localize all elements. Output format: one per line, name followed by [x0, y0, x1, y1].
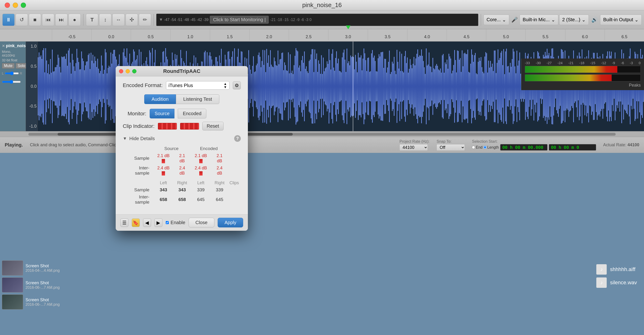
pause-button[interactable]: ⏸ — [2, 14, 15, 26]
gain-slider[interactable] — [5, 71, 19, 75]
separator-2 — [154, 14, 154, 26]
channel-selector[interactable]: 2 (Ste...) ⌄ — [559, 15, 589, 25]
pan-slider[interactable] — [2, 80, 21, 84]
text-tool[interactable]: T — [86, 14, 98, 26]
ruler-mark: 4.0 — [407, 29, 447, 40]
modal-maximize-traffic-light[interactable] — [132, 69, 136, 73]
next-preset-button[interactable]: ▶ — [154, 218, 162, 227]
clips-intersample-row: Inter-sample 658 658 645 645 — [123, 193, 241, 206]
minimize-button[interactable] — [13, 2, 18, 8]
mic-chevron: ⌄ — [551, 17, 555, 23]
modal-titlebar: RoundTripAAC — [116, 66, 248, 76]
horizontal-scrollbar[interactable] — [0, 131, 644, 137]
click-to-monitor-button[interactable]: Click to Start Monitoring | — [210, 16, 269, 23]
ruler-mark: 3.0 — [328, 29, 368, 40]
thumbnail-item-1[interactable]: Screen Shot 2016-04-...4 AM.png — [2, 261, 60, 276]
source-intersample-left: 2.4 dB — [153, 164, 174, 177]
separator-1 — [83, 14, 84, 26]
thumbnail-item-2[interactable]: Screen Shot 2016-06-...7 AM.png — [2, 278, 60, 293]
snap-to-select[interactable]: Off — [436, 144, 465, 151]
y-label-1: 1.0 — [27, 44, 36, 49]
ruler-mark: 5.0 — [486, 29, 526, 40]
clip-indicator-bar-right — [180, 123, 199, 129]
prev-preset-button[interactable]: ◀ — [143, 218, 151, 227]
encoded-left-label: Left — [190, 180, 212, 186]
ruler-mark: 1.5 — [210, 29, 249, 40]
thumbnail-3 — [2, 295, 23, 310]
ruler-mark: 5.5 — [526, 29, 565, 40]
length-radio[interactable] — [484, 146, 486, 149]
source-left-label: Left — [153, 180, 174, 186]
help-button[interactable]: ? — [234, 135, 241, 142]
solo-button[interactable]: Solo — [16, 63, 28, 69]
end-radio-label[interactable]: End — [472, 145, 482, 150]
ruler-mark: 2.5 — [289, 29, 328, 40]
encoded-intersample-right: 2.4 dB — [212, 164, 228, 177]
modal-close-traffic-light[interactable] — [119, 69, 123, 73]
level-marker: ▼ — [159, 17, 163, 22]
length-radio-label[interactable]: Length — [484, 145, 499, 150]
tab-listening-test[interactable]: Listening Test — [176, 94, 219, 104]
close-button[interactable] — [5, 2, 10, 8]
track-close-icon[interactable]: ✕ — [2, 44, 5, 48]
bookmark-button[interactable]: 🔖 — [132, 218, 140, 227]
clips-intersample-source-left: 658 — [153, 193, 174, 206]
ruler-marks: -0.5 0.0 0.5 1.0 1.5 2.0 2.5 3.0 3.5 4.0… — [52, 29, 644, 41]
peaks-label: Peaks — [525, 83, 641, 88]
record-button[interactable]: ● — [68, 14, 81, 26]
thumbnail-label-1: Screen Shot 2016-04-...4 AM.png — [26, 264, 60, 273]
monitor-encoded-button[interactable]: Encoded — [178, 109, 206, 118]
source-sample-left: 2.1 dB — [153, 152, 174, 164]
stop-button[interactable]: ■ — [29, 14, 41, 26]
channel-label: 2 (Ste...) — [562, 17, 580, 22]
monitor-label: Monitor: — [123, 111, 146, 117]
project-rate-select[interactable]: 44100 — [400, 144, 428, 151]
maximize-button[interactable] — [21, 2, 26, 8]
pencil-tool[interactable]: ✏ — [139, 14, 151, 26]
monitor-source-button[interactable]: Source — [150, 109, 174, 118]
next-button[interactable]: ⏭ — [55, 14, 68, 26]
peak-bar-fill-bottom — [525, 74, 612, 81]
selection-start-input[interactable] — [500, 144, 548, 151]
output-selector[interactable]: Built-in Output ⌄ — [600, 15, 642, 25]
selection-end-input[interactable] — [549, 144, 596, 151]
file-item-2[interactable]: ♪ silence.wav — [596, 278, 637, 288]
details-header[interactable]: ▼ Hide Details ? — [123, 135, 241, 142]
modal-minimize-traffic-light[interactable] — [126, 69, 130, 73]
loop-button[interactable]: ↺ — [16, 14, 28, 26]
hamburger-menu-button[interactable]: ☰ — [120, 218, 128, 227]
sample-label: Sample — [123, 152, 153, 164]
encoded-header: Encoded — [190, 145, 228, 152]
encoded-format-select[interactable]: iTunes Plus ▲▼ — [166, 81, 230, 90]
draw-tool[interactable]: ✣ — [126, 14, 138, 26]
enable-checkbox[interactable] — [166, 221, 169, 224]
thumbnail-item-3[interactable]: Screen Shot 2016-06-...7 AM.png — [2, 295, 60, 310]
selection-tool[interactable]: ↕ — [99, 14, 112, 26]
clips-intersample-encoded-left: 645 — [190, 193, 212, 206]
mic-icon[interactable]: 🎤 — [510, 15, 519, 25]
project-rate-label: Project Rate (Hz): — [400, 139, 430, 144]
end-radio[interactable] — [472, 146, 475, 149]
prev-button[interactable]: ⏮ — [42, 14, 54, 26]
file-item-1[interactable]: ♪ shhhhh.aiff — [596, 264, 637, 275]
playing-status: Playing. — [5, 142, 23, 148]
core-audio-selector[interactable]: Core... ⌄ — [484, 15, 509, 25]
tab-audition[interactable]: Audition — [144, 94, 176, 104]
mute-button[interactable]: Mute — [2, 63, 15, 69]
clips-sample-source-left: 343 — [153, 186, 174, 193]
traffic-lights[interactable] — [5, 2, 26, 8]
encoded-sample-left: 2.1 dB — [190, 152, 212, 164]
apply-button[interactable]: Apply — [218, 218, 243, 227]
reset-button[interactable]: Reset — [202, 122, 224, 130]
format-gear-button[interactable]: ⚙ — [233, 81, 241, 89]
peak-bar-top — [525, 66, 641, 73]
enable-checkbox-label[interactable]: Enable — [166, 220, 185, 225]
zoom-tool[interactable]: ↔ — [112, 14, 125, 26]
mic-selector[interactable]: Built-in Mic... ⌄ — [520, 15, 558, 25]
y-label-4: -0.5 — [27, 104, 36, 109]
close-modal-button[interactable]: Close — [188, 218, 214, 227]
output-chevron: ⌄ — [634, 17, 638, 23]
status-bar: Playing. Click and drag to select audio,… — [0, 137, 644, 153]
ruler-mark: 3.5 — [368, 29, 407, 40]
modal-traffic-lights[interactable] — [119, 69, 136, 73]
